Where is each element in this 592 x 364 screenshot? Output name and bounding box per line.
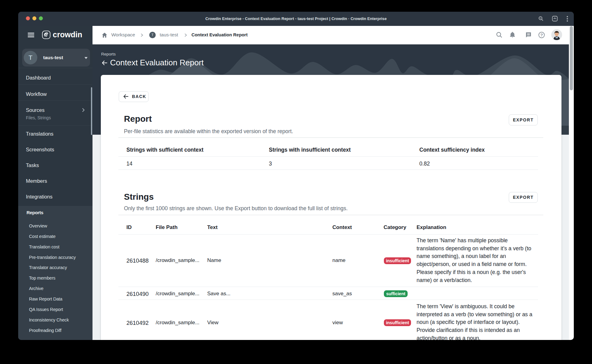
svg-text:?: ? <box>540 33 543 37</box>
